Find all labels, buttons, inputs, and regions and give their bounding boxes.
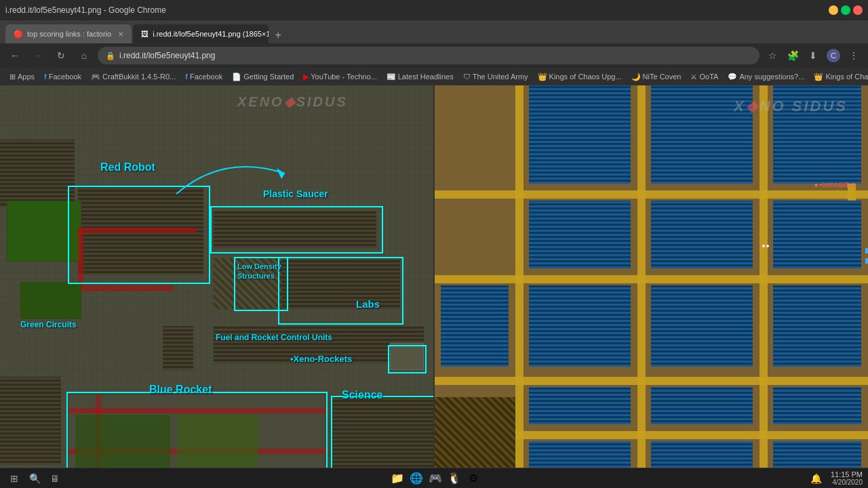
forward-button[interactable]: → (28, 46, 47, 65)
taskbar-app-4[interactable]: 🐧 (446, 470, 463, 487)
headlines-icon: 📰 (387, 73, 396, 81)
right-watermark: X◆NO SIDUS (734, 98, 848, 115)
yellow-path-h2 (434, 275, 868, 283)
bookmark-nite-coven[interactable]: 🌙 NiTe Coven (627, 71, 686, 83)
red-belt-3 (78, 285, 173, 291)
blue-block-10 (773, 285, 861, 367)
yellow-path-v2 (637, 85, 646, 468)
window-controls[interactable]: — □ ✕ (829, 5, 863, 15)
blue-dot-1 (865, 248, 868, 253)
taskbar-app-2[interactable]: 🌐 (408, 470, 425, 487)
date-display: 4/20/2020 (831, 479, 863, 486)
tabs-bar: 🔴 top scoring links : factorio ✕ 🖼 i.red… (0, 20, 868, 43)
bookmark-facebook-1[interactable]: f Facebook (40, 71, 85, 82)
minimize-button[interactable]: — (829, 5, 838, 15)
notification-icon[interactable]: 🔔 (808, 470, 825, 487)
blue-rocket-box (66, 392, 328, 468)
red-robot-label: Red Robot (100, 161, 155, 174)
taskbar: ⊞ 🔍 🖥 📁 🌐 🎮 🐧 ⚙ 🔔 11:15 PM 4/20/2020 (0, 468, 868, 488)
search-button[interactable]: 🔍 (26, 470, 43, 487)
fuel-rocket-label: Fuel and Rocket Control Units (216, 333, 332, 342)
address-text: i.redd.it/lof5e5neuyt41.png (119, 51, 215, 60)
start-button[interactable]: ⊞ (5, 470, 23, 487)
svg-marker-0 (277, 168, 285, 179)
address-bar[interactable]: 🔒 i.redd.it/lof5e5neuyt41.png (98, 47, 760, 64)
xeno-rockets-label: •Xeno-Rockets (290, 354, 352, 364)
time-display: 11:15 PM (831, 470, 863, 479)
username-text: •xenosidus (820, 180, 856, 188)
bookmark-star-icon[interactable]: ☆ (764, 47, 781, 64)
bookmark-getting-started[interactable]: 📄 Getting Started (228, 71, 298, 83)
yellow-path-h1 (434, 190, 868, 199)
tab2-title: i.redd.it/lof5e5neuyt41.png (1865×1259) (153, 30, 269, 38)
window-title: i.redd.it/lof5e5neuyt41.png - Google Chr… (5, 5, 166, 15)
taskbar-app-5[interactable]: ⚙ (465, 470, 482, 487)
blue-block-1 (529, 85, 631, 184)
bookmark-kings-chaos-1[interactable]: 👑 Kings of Chaos Upg... (534, 71, 626, 83)
suggestions-icon: 💬 (728, 73, 737, 81)
right-map[interactable]: X◆NO SIDUS ● •xenosidus (434, 85, 868, 468)
mid-block-1 (163, 326, 193, 370)
tab-2[interactable]: 🖼 i.redd.it/lof5e5neuyt41.png (1865×1259… (133, 24, 269, 43)
profile-icon[interactable]: C (825, 47, 842, 64)
extensions-icon[interactable]: 🧩 (784, 47, 802, 64)
plastic-saucer-label: Plastic Saucer (263, 188, 328, 199)
kings2-icon: 👑 (814, 73, 823, 81)
taskbar-right: 🔔 11:15 PM 4/20/2020 (808, 470, 863, 487)
blue-dot-2 (865, 258, 868, 264)
bookmark-united-army[interactable]: 🛡 The United Army (459, 71, 532, 82)
start-icon: ⊞ (10, 473, 18, 484)
apps-icon: ⊞ (9, 73, 16, 81)
tab2-favicon: 🖼 (141, 30, 149, 38)
kings1-icon: 👑 (538, 73, 547, 81)
blue-rocket-label: Blue Rocket (149, 384, 212, 396)
youtube1-icon: ▶ (303, 73, 309, 81)
blue-block-9 (651, 285, 753, 367)
bookmark-craftbukkit[interactable]: 🎮 CraftBukkit 1.4.5-R0... (87, 71, 180, 83)
craftbukkit-icon: 🎮 (91, 73, 100, 81)
title-bar: i.redd.it/lof5e5neuyt41.png - Google Chr… (0, 0, 868, 20)
back-button[interactable]: ← (5, 46, 24, 65)
bottom-left-1 (0, 377, 61, 465)
yellow-path-v3 (760, 85, 768, 468)
taskbar-left: ⊞ 🔍 🖥 (5, 470, 64, 487)
username-badge: ● •xenosidus (814, 180, 856, 188)
blue-block-12 (651, 387, 753, 424)
bookmark-facebook-2[interactable]: f Facebook (181, 71, 226, 82)
taskbar-app-1[interactable]: 📁 (389, 470, 406, 487)
maximize-button[interactable]: □ (841, 5, 850, 15)
task-view-button[interactable]: 🖥 (46, 470, 64, 487)
united-army-icon: 🛡 (463, 73, 471, 81)
refresh-button[interactable]: ↻ (52, 46, 71, 65)
download-icon[interactable]: ⬇ (804, 47, 822, 64)
clock: 11:15 PM 4/20/2020 (831, 470, 863, 486)
blue-block-11 (529, 387, 631, 424)
left-map[interactable]: XENO◆SIDUS (0, 85, 434, 468)
tab1-close[interactable]: ✕ (118, 30, 123, 38)
taskbar-app-3[interactable]: 🎮 (427, 470, 444, 487)
profile-avatar: C (827, 49, 840, 62)
map-divider (433, 85, 435, 468)
blue-block-5 (651, 201, 753, 268)
facebook2-icon: f (185, 73, 188, 81)
bookmark-youtube-1[interactable]: ▶ YouTube - Techno... (299, 71, 380, 83)
bookmark-kings-chaos-2[interactable]: 👑 Kings of Chaos - W... (810, 71, 868, 83)
getting-started-icon: 📄 (232, 73, 241, 81)
bookmark-apps[interactable]: ⊞ Apps (5, 71, 39, 83)
bookmark-oota[interactable]: ⚔ OoTA (686, 71, 722, 83)
nav-icons: ☆ 🧩 ⬇ C ⋮ (764, 47, 863, 64)
plastic-saucer-box (210, 206, 383, 253)
close-button[interactable]: ✕ (853, 5, 863, 15)
home-button[interactable]: ⌂ (75, 46, 94, 65)
labs-label: Labs (356, 298, 380, 310)
menu-icon[interactable]: ⋮ (845, 47, 863, 64)
marker-dot-1 (762, 245, 765, 247)
low-density-label: Low DensityStructures (237, 262, 281, 281)
nav-bar: ← → ↻ ⌂ 🔒 i.redd.it/lof5e5neuyt41.png ☆ … (0, 43, 868, 68)
new-tab-button[interactable]: + (270, 27, 286, 43)
science-box (331, 396, 434, 468)
bookmark-suggestions[interactable]: 💬 Any suggestions?... (724, 71, 808, 83)
blue-block-13 (773, 387, 861, 424)
bookmark-headlines[interactable]: 📰 Latest Headlines (382, 71, 458, 83)
tab-1[interactable]: 🔴 top scoring links : factorio ✕ (5, 24, 132, 43)
